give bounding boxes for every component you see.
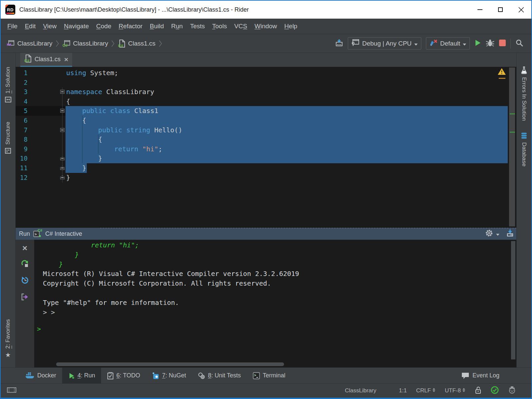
- tool-tab-8-unit-tests[interactable]: 8: Unit Tests: [192, 368, 247, 383]
- error-stripe-warning-mark[interactable]: [499, 78, 505, 79]
- bottom-tool-bar-right: Event Log: [455, 368, 531, 383]
- line-number[interactable]: 2: [16, 78, 28, 87]
- stop-button[interactable]: [499, 40, 506, 48]
- menu-tests[interactable]: Tests: [187, 21, 208, 31]
- menu-vcs[interactable]: VCS: [231, 21, 250, 31]
- tool-tab-4-run[interactable]: 4: Run: [62, 368, 101, 383]
- line-number[interactable]: 9: [16, 144, 28, 154]
- line-number[interactable]: 7: [16, 125, 28, 135]
- fold-marker[interactable]: [60, 109, 65, 113]
- tool-tab-6-todo[interactable]: 6: TODO: [101, 368, 146, 383]
- fold-marker[interactable]: [60, 176, 65, 180]
- fold-marker[interactable]: [60, 156, 65, 160]
- toggle-tool-buttons-button[interactable]: [7, 387, 17, 395]
- readonly-toggle[interactable]: [475, 386, 481, 396]
- chevron-down-icon[interactable]: [496, 230, 499, 237]
- title-bar[interactable]: RD ClassLibrary [C:\Users\maart\Desktop\…: [1, 1, 531, 19]
- menu-view[interactable]: View: [40, 21, 60, 31]
- code-line-4[interactable]: 4{: [16, 97, 516, 106]
- rerun-button[interactable]: [21, 260, 29, 269]
- code-line-1[interactable]: 1using System;: [16, 68, 516, 78]
- breadcrumb-classlibrary[interactable]: ClassLibrary: [5, 39, 54, 48]
- code-line-2[interactable]: 2: [16, 78, 516, 87]
- console-horizontal-scrollbar[interactable]: [56, 362, 284, 366]
- error-stripe-change-mark[interactable]: [510, 113, 515, 114]
- maximize-button[interactable]: [490, 1, 511, 19]
- run-tool-window-header[interactable]: Run >C# C# Interactive: [16, 228, 516, 240]
- main-area: 1: SolutionStructure2: Favorites★ C# Cla…: [1, 53, 531, 367]
- console-vertical-scrollbar[interactable]: [511, 241, 515, 359]
- close-button[interactable]: [511, 1, 531, 19]
- line-number[interactable]: 4: [16, 97, 28, 106]
- tool-button-structure[interactable]: Structure: [4, 122, 12, 154]
- line-number[interactable]: 11: [16, 163, 28, 173]
- debug-button[interactable]: [486, 39, 494, 48]
- line-number[interactable]: 1: [16, 68, 28, 78]
- tool-button-errors-in-solution[interactable]: Errors In Solution: [520, 66, 528, 121]
- menu-help[interactable]: Help: [281, 21, 301, 31]
- code-line-3[interactable]: 3namespace ClassLibrary: [16, 87, 516, 97]
- line-number[interactable]: 6: [16, 116, 28, 125]
- breadcrumb-chevron-icon: [56, 40, 59, 47]
- code-line-7[interactable]: 7 public string Hello(): [16, 125, 516, 135]
- code-line-10[interactable]: 10 }: [16, 154, 516, 163]
- breadcrumb-classlibrary[interactable]: C#ClassLibrary: [61, 39, 110, 48]
- line-number[interactable]: 8: [16, 135, 28, 144]
- menu-navigate[interactable]: Navigate: [61, 21, 92, 31]
- scroll-to-end-button[interactable]: [506, 229, 514, 238]
- status-caret-position[interactable]: 1:1: [399, 387, 407, 394]
- status-line-separator[interactable]: CRLF: [416, 387, 435, 394]
- code-line-9[interactable]: 9 return "hi";: [16, 144, 516, 154]
- code-editor[interactable]: 1using System;23namespace ClassLibrary4{…: [16, 67, 516, 228]
- menu-refactor[interactable]: Refactor: [115, 21, 146, 31]
- line-number[interactable]: 10: [16, 154, 28, 163]
- error-stripe-change-mark[interactable]: [510, 132, 515, 133]
- menu-run[interactable]: Run: [168, 21, 186, 31]
- menu-tools[interactable]: Tools: [209, 21, 230, 31]
- menu-window[interactable]: Window: [251, 21, 281, 31]
- tool-button-1-solution[interactable]: 1: Solution: [4, 67, 12, 103]
- tab-csharp-interactive[interactable]: C# Interactive: [45, 230, 82, 237]
- line-number[interactable]: 3: [16, 87, 28, 97]
- tool-tab-docker[interactable]: Docker: [19, 368, 62, 383]
- status-encoding[interactable]: UTF-8: [445, 387, 466, 394]
- code-line-6[interactable]: 6 {: [16, 116, 516, 125]
- editor-scrollbar[interactable]: [509, 67, 515, 226]
- run-button[interactable]: [474, 39, 481, 48]
- solution-config-dropdown[interactable]: Debug | Any CPU: [348, 37, 421, 50]
- code-line-8[interactable]: 8 {: [16, 135, 516, 144]
- settings-button[interactable]: [485, 229, 493, 239]
- breadcrumb-class1-cs[interactable]: C#Class1.cs: [117, 39, 157, 48]
- fold-marker[interactable]: [60, 166, 65, 170]
- hector-inspector[interactable]: [508, 386, 516, 396]
- search-everywhere-button[interactable]: [515, 39, 523, 48]
- menu-build[interactable]: Build: [147, 21, 167, 31]
- inspections-status[interactable]: [491, 386, 499, 396]
- fold-marker[interactable]: [60, 128, 65, 132]
- fold-marker[interactable]: [60, 90, 65, 94]
- code-line-11[interactable]: 11 }: [16, 163, 516, 173]
- menu-file[interactable]: File: [4, 21, 21, 31]
- tool-tab-event-log[interactable]: Event Log: [455, 368, 505, 383]
- restore-packages-button[interactable]: [335, 39, 343, 48]
- menu-code[interactable]: Code: [93, 21, 114, 31]
- tab-close-icon[interactable]: ×: [64, 56, 68, 63]
- line-number[interactable]: 12: [16, 173, 28, 183]
- tool-button-2-favorites[interactable]: 2: Favorites★: [5, 319, 11, 358]
- code-line-5[interactable]: 5 public class Class1: [16, 106, 516, 116]
- line-number[interactable]: 5: [16, 106, 28, 116]
- close-button[interactable]: ×: [22, 244, 27, 252]
- console-input-prompt[interactable]: >: [37, 325, 41, 333]
- code-line-12[interactable]: 12}: [16, 173, 516, 183]
- tool-tab-terminal[interactable]: >Terminal: [247, 368, 291, 383]
- interactive-console[interactable]: return "hi"; } }Microsoft (R) Visual C# …: [34, 240, 516, 367]
- reset-session-button[interactable]: [21, 276, 29, 286]
- open-in-editor-button[interactable]: [21, 293, 29, 302]
- menu-edit[interactable]: Edit: [22, 21, 39, 31]
- tool-tab-7-nuget[interactable]: 7: NuGet: [146, 368, 192, 383]
- warning-icon[interactable]: [497, 67, 506, 77]
- tab-class1-cs[interactable]: C# Class1.cs ×: [20, 53, 72, 67]
- run-config-dropdown[interactable]: Default: [426, 37, 470, 50]
- minimize-button[interactable]: [469, 1, 490, 19]
- tool-button-database[interactable]: Database: [520, 132, 528, 167]
